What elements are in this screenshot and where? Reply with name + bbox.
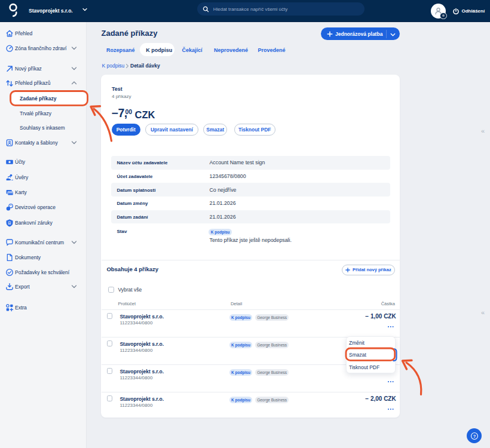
svg-text:?: ?	[473, 433, 476, 438]
